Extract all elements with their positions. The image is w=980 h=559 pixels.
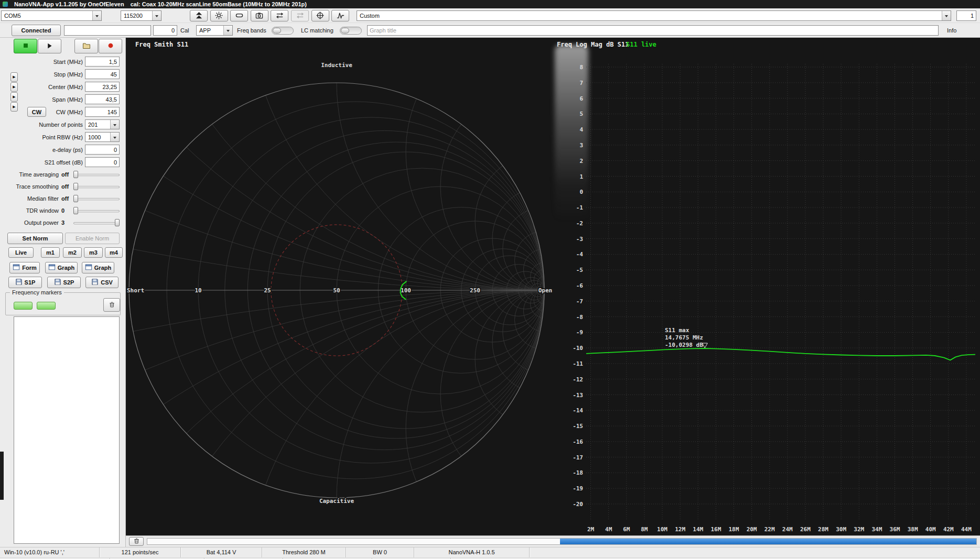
graph-title-input[interactable] <box>367 25 939 36</box>
stop-sweep-button[interactable] <box>14 39 37 53</box>
trace-button-m4[interactable]: m4 <box>105 247 123 258</box>
lc-matching-toggle[interactable] <box>340 27 362 35</box>
view-button-graph-2[interactable]: Graph <box>82 262 114 273</box>
svg-text:22M: 22M <box>764 526 775 533</box>
trash-icon <box>133 538 140 545</box>
status-item: 121 points/sec <box>100 547 181 557</box>
pill-button[interactable] <box>230 10 248 21</box>
field-input[interactable]: 0 <box>85 157 120 167</box>
logmag-chart-title: Freq Log Mag dB S11 <box>557 41 629 48</box>
slider-thumb[interactable] <box>73 183 78 190</box>
marker2-color-button[interactable] <box>37 302 56 310</box>
set-norm-button[interactable]: Set Norm <box>7 233 63 244</box>
baud-rate-select[interactable]: 115200 <box>121 10 161 21</box>
cal-mode-select[interactable]: APP <box>196 25 233 36</box>
com-port-select[interactable]: COM5 <box>1 10 102 21</box>
slider-label: Output power <box>0 218 59 227</box>
field-input[interactable]: 0 <box>85 145 120 155</box>
trace-button-m3[interactable]: m3 <box>84 247 103 258</box>
chevron-down-icon <box>92 11 101 20</box>
offset-field[interactable]: 0 <box>153 25 177 36</box>
field-label: Center (MHz) <box>16 82 83 92</box>
field-label: Start (MHz) <box>16 57 83 67</box>
clear-scan-button[interactable] <box>129 537 144 546</box>
connected-button[interactable]: Connected <box>12 25 61 36</box>
swap-arrows-button[interactable] <box>271 10 288 21</box>
slider-thumb[interactable] <box>73 207 78 214</box>
svg-text:7: 7 <box>579 80 583 86</box>
preset-select[interactable]: Custom <box>357 10 951 21</box>
svg-text:14,7675 MHz: 14,7675 MHz <box>665 334 703 341</box>
double-up-arrows-button[interactable] <box>190 10 208 21</box>
field-value: 23,25 <box>102 84 117 90</box>
view-button-graph-1[interactable]: Graph <box>45 262 78 273</box>
svg-text:34M: 34M <box>871 526 882 533</box>
lc-matching-label: LC matching <box>301 25 333 36</box>
logmag-legend[interactable]: S11 live <box>626 41 656 48</box>
field-select[interactable]: 201 <box>85 119 120 129</box>
svg-text:-10,0298 dB: -10,0298 dB <box>665 342 703 348</box>
slider-label: Trace smoothing <box>0 182 59 191</box>
slider-thumb[interactable] <box>73 195 78 202</box>
field-input[interactable]: 43,5 <box>85 94 120 104</box>
background-window-edge <box>0 452 4 500</box>
status-item: NanoVNA-H 1.0.5 <box>414 547 530 557</box>
swap-arrows-disabled-button[interactable] <box>291 10 309 21</box>
smith-chart[interactable]: InductiveCapacitiveShortOpen102550100250 <box>126 38 554 535</box>
status-item: Bat 4,114 V <box>181 547 262 557</box>
freq-bands-toggle[interactable] <box>272 27 294 35</box>
trace-button-m1[interactable]: m1 <box>41 247 60 258</box>
scan-progress-track[interactable] <box>147 538 977 545</box>
nanovna-app-window: NanoVNA-App v1.1.205 by OneOfEleven cal:… <box>0 0 980 559</box>
field-input[interactable]: 1,5 <box>85 57 120 67</box>
time-averaging-slider[interactable] <box>73 170 120 179</box>
svg-text:4: 4 <box>579 126 583 133</box>
markers-listbox[interactable] <box>14 316 120 544</box>
svg-text:S11 max: S11 max <box>665 327 690 334</box>
output-power-slider[interactable] <box>73 218 120 227</box>
field-input[interactable]: 45 <box>85 69 120 79</box>
slider-track <box>73 174 120 176</box>
field-input[interactable]: 145 <box>85 107 120 117</box>
export-button-s1p[interactable]: S1P <box>8 277 42 288</box>
title-bar: NanoVNA-App v1.1.205 by OneOfEleven cal:… <box>0 0 980 8</box>
view-button-label: Graph <box>58 265 74 271</box>
slider-thumb[interactable] <box>115 219 120 226</box>
trace-button-m2[interactable]: m2 <box>63 247 82 258</box>
svg-text:32M: 32M <box>854 526 864 533</box>
sun-button[interactable] <box>210 10 228 21</box>
toolbar-second: Connected 0 Cal APP Freq bands LC matchi… <box>0 23 980 38</box>
run-sweep-button[interactable] <box>38 39 61 53</box>
enable-norm-button[interactable]: Enable Norm <box>65 233 120 244</box>
open-file-button[interactable] <box>74 39 98 53</box>
slider-thumb[interactable] <box>73 171 78 178</box>
logmag-chart[interactable]: 876543210-1-2-3-4-5-6-7-8-9-10-11-12-13-… <box>554 38 980 535</box>
command-input[interactable] <box>64 25 151 36</box>
field-input[interactable]: 23,25 <box>85 82 120 92</box>
record-icon <box>107 42 114 50</box>
camera-button[interactable] <box>251 10 268 21</box>
view-button-form-0[interactable]: Form <box>9 262 40 273</box>
record-button[interactable] <box>99 39 122 53</box>
field-select[interactable]: 1000 <box>85 132 120 142</box>
marker1-color-button[interactable] <box>14 302 33 310</box>
slider-label: Median filter <box>0 194 59 203</box>
trace-smoothing-slider[interactable] <box>73 182 120 191</box>
count-field[interactable]: 1 <box>956 10 976 21</box>
cw-button[interactable]: CW <box>27 107 46 117</box>
svg-text:-13: -13 <box>573 392 583 399</box>
trace-button-live[interactable]: Live <box>8 247 34 258</box>
left-control-panel: Set Norm Enable Norm Frequency markers ▶… <box>0 38 126 547</box>
pulse-chart-button[interactable] <box>331 10 349 21</box>
chevron-down-icon <box>152 11 161 20</box>
export-button-csv[interactable]: CSV <box>85 277 119 288</box>
export-button-s2p[interactable]: S2P <box>47 277 81 288</box>
swap-arrows-icon <box>276 12 284 20</box>
target-button[interactable] <box>311 10 329 21</box>
median-filter-slider[interactable] <box>73 194 120 203</box>
svg-text:Open: Open <box>539 287 553 294</box>
field-value: 45 <box>111 71 117 78</box>
delete-markers-button[interactable] <box>103 298 120 312</box>
smith-chart-title: Freq Smith S11 <box>135 41 188 48</box>
tdr-window-slider[interactable] <box>73 206 120 215</box>
